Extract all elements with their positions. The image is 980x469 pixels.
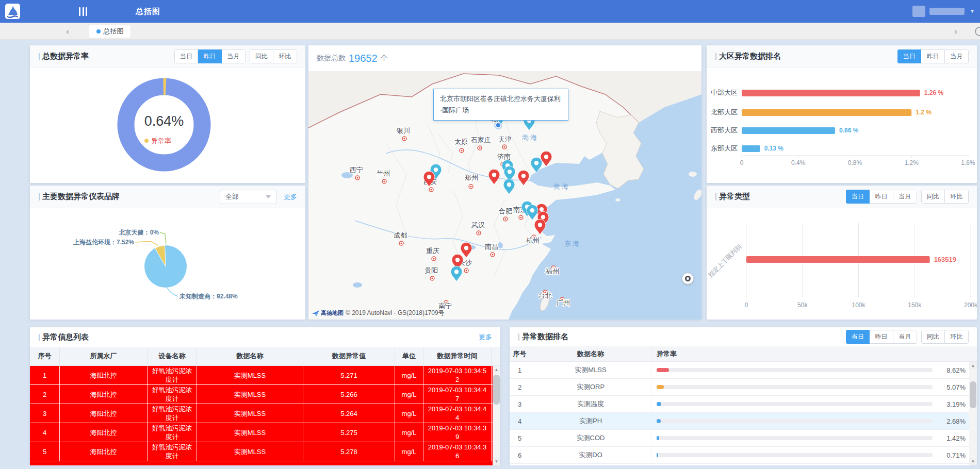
city-label-台北: 台北 (538, 292, 552, 299)
column-header: 数据名称 (530, 346, 651, 361)
rank-row: 2实测ORP5.07% (510, 379, 977, 396)
table-cell: 好氧池污泥浓度计 (148, 404, 197, 423)
rank-name: 实测COD (530, 430, 651, 446)
list-more-link[interactable]: 更多 (479, 332, 492, 342)
period-tab-当月[interactable]: 当月 (945, 49, 969, 63)
table-cell: 实测MLSS (197, 385, 303, 404)
sea-label: 东海 (564, 240, 581, 247)
table-cell: 实测MLSS (197, 404, 303, 423)
rate-bar-fill (657, 419, 661, 423)
panel-region-rank: 大区异常数据排名 当日昨日当月 00.4%0.8%1.2%1.6%中部大区1.2… (707, 45, 977, 183)
period-tab-当月[interactable]: 当月 (893, 190, 917, 204)
period-tab-环比[interactable]: 环比 (273, 49, 297, 63)
table-cell: 海阳北控 (60, 366, 148, 384)
column-header: 数据异常值 (303, 347, 395, 365)
period-tab-当月[interactable]: 当月 (222, 49, 246, 63)
tabs-scroll-right-icon[interactable]: › (950, 26, 961, 37)
map-locate-button[interactable] (682, 273, 694, 284)
rank-row: 5实测COD1.42% (510, 430, 977, 447)
period-tab-同比[interactable]: 同比 (921, 330, 945, 344)
rate-bar-fill (657, 453, 658, 457)
dropdown-value: 全部 (225, 192, 239, 202)
table-cell: 实测MLSS (197, 366, 303, 384)
user-menu-caret-icon[interactable]: ▾ (971, 7, 974, 14)
compare-tab-group: 同比环比 (921, 330, 969, 344)
period-tab-昨日[interactable]: 昨日 (198, 49, 222, 63)
period-tab-环比[interactable]: 环比 (945, 190, 969, 204)
brand-more-link[interactable]: 更多 (284, 192, 297, 202)
rank-rate-value: 3.19% (939, 400, 966, 408)
list-scrollbar[interactable]: ▲ ▼ (493, 366, 500, 469)
rank-name: 实测温度 (530, 396, 651, 412)
rank-rate-cell: 3.19% (651, 396, 977, 412)
rank-name: 实测MLSS (530, 362, 651, 378)
period-tab-同比[interactable]: 同比 (921, 190, 945, 204)
rank-no: 5 (510, 430, 530, 446)
bottom-strip (0, 465, 980, 469)
period-tab-昨日[interactable]: 昨日 (921, 49, 945, 63)
column-header: 数据异常时间 (423, 347, 492, 365)
rank-name: 实测ORP (530, 379, 651, 395)
period-tab-当日[interactable]: 当日 (897, 49, 921, 63)
table-cell: 2 (30, 385, 60, 404)
total-data-label: 数据总数 (317, 54, 346, 63)
period-tab-当日[interactable]: 当日 (174, 49, 198, 63)
user-name[interactable] (929, 8, 965, 15)
rank-no: 1 (510, 362, 530, 378)
city-label-重庆: 重庆 (426, 247, 439, 255)
map-copyright: © 2019 AutoNavi - GS(2018)1709号 (346, 309, 445, 317)
period-tab-同比[interactable]: 同比 (250, 49, 273, 63)
rank-row: 6实测DO0.71% (510, 447, 977, 464)
tab-settings-icon[interactable] (975, 27, 980, 36)
scroll-up-icon[interactable]: ▲ (493, 366, 500, 374)
scroll-thumb[interactable] (493, 375, 500, 405)
period-tab-当月[interactable]: 当月 (893, 330, 917, 344)
rank-row: 1实测MLSS8.62% (510, 362, 977, 379)
region-category-label: 中部大区 (711, 89, 738, 96)
rate-bar-fill (657, 402, 661, 406)
user-avatar[interactable] (912, 6, 925, 17)
tabs-scroll-left-icon[interactable]: ‹ (62, 26, 73, 37)
table-cell: 实测MLSS (197, 423, 303, 442)
table-cell: 2019-07-03 10:34:44 (423, 404, 492, 423)
x-tick-label: 1.2% (905, 159, 919, 166)
period-tabs: 当日昨日当月同比环比 (174, 49, 297, 63)
x-tick-label: 0 (740, 159, 744, 166)
x-tick-label: 100k (852, 301, 865, 309)
table-cell: 5.266 (303, 385, 395, 404)
x-tick-label: 0 (745, 301, 748, 309)
region-value-label: 0.13 % (764, 145, 784, 152)
scroll-down-icon[interactable]: ▼ (969, 458, 977, 465)
menu-toggle-icon[interactable] (79, 7, 87, 16)
brand-filter-dropdown[interactable]: 全部 (220, 190, 276, 204)
table-cell: 海阳北控 (60, 404, 148, 423)
period-tab-当日[interactable]: 当日 (846, 330, 870, 344)
scroll-down-icon[interactable]: ▼ (493, 458, 500, 465)
rank-rate-cell: 8.62% (651, 362, 977, 378)
city-label-合肥: 合肥 (499, 207, 512, 215)
period-tab-环比[interactable]: 环比 (945, 330, 969, 344)
scroll-up-icon[interactable]: ▲ (969, 362, 977, 370)
panel-title: 大区异常数据排名 (715, 52, 781, 61)
period-tab-昨日[interactable]: 昨日 (870, 190, 893, 204)
table-cell: 好氧池污泥浓度计 (148, 423, 197, 442)
total-data-unit: 个 (381, 54, 388, 63)
table-cell: 海阳北控 (60, 442, 148, 461)
period-tabs: 当日昨日当月 (897, 49, 969, 63)
region-value-label: 1.2 % (916, 109, 932, 116)
scroll-thumb[interactable] (970, 381, 976, 408)
table-cell: mg/L (395, 442, 423, 461)
rank-rate-value: 0.71% (939, 451, 966, 459)
table-row: 2海阳北控好氧池污泥浓度计实测MLSS5.266mg/L2019-07-03 1… (30, 385, 500, 404)
city-label-贵阳: 贵阳 (424, 266, 438, 274)
period-tab-当日[interactable]: 当日 (846, 190, 870, 204)
app-logo-icon[interactable] (5, 4, 20, 19)
table-cell: 1 (30, 366, 60, 384)
tab-overview[interactable]: 总括图 (89, 25, 130, 38)
table-cell: 2019-07-03 10:34:47 (423, 385, 492, 404)
table-cell: 3 (30, 404, 60, 423)
period-tab-昨日[interactable]: 昨日 (870, 330, 893, 344)
pie-slice-label: 北京天健：0% (119, 229, 159, 236)
rank-scrollbar[interactable]: ▲ ▼ (969, 362, 977, 469)
table-header-row: 序号数据名称异常率 (510, 346, 977, 362)
